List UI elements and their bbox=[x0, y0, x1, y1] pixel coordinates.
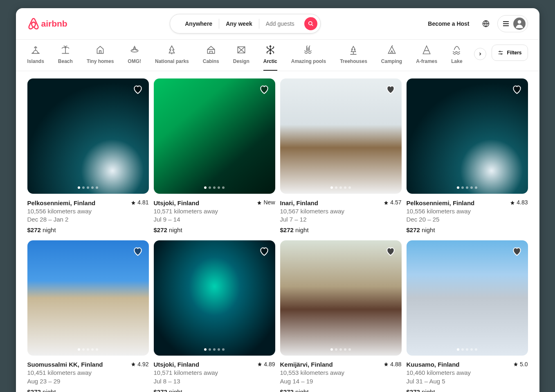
listing-dates: Aug 23 – 29 bbox=[27, 377, 149, 385]
listing-body: Kuusamo, Finland 5.0 10,460 kilometers a… bbox=[407, 356, 528, 392]
star-icon bbox=[257, 200, 262, 205]
filters-icon bbox=[498, 50, 503, 56]
listing-image[interactable] bbox=[280, 78, 402, 194]
star-icon bbox=[131, 200, 136, 205]
listing-rating: 4.89 bbox=[257, 361, 275, 368]
heart-icon bbox=[259, 246, 270, 257]
listing-image[interactable] bbox=[154, 78, 275, 194]
search-guests[interactable]: Add guests bbox=[259, 20, 301, 27]
wishlist-button[interactable] bbox=[512, 246, 522, 257]
listing-card[interactable]: Utsjoki, Finland New 10,571 kilometers a… bbox=[154, 78, 275, 235]
search-where[interactable]: Anywhere bbox=[178, 20, 219, 27]
listing-dates: Dec 20 – 25 bbox=[407, 215, 528, 224]
wishlist-button[interactable] bbox=[385, 84, 396, 95]
carousel-dots bbox=[330, 348, 351, 351]
category-scroll-right[interactable] bbox=[474, 48, 486, 60]
listing-title: Inari, Finland bbox=[280, 199, 318, 207]
listing-title: Pelkosenniemi, Finland bbox=[407, 199, 475, 207]
listing-dates: Jul 31 – Aug 5 bbox=[407, 377, 528, 385]
park-icon bbox=[166, 45, 177, 55]
listing-body: Utsjoki, Finland 4.89 10,571 kilometers … bbox=[154, 356, 275, 392]
listing-rating: 4.92 bbox=[131, 361, 148, 368]
listing-image[interactable] bbox=[27, 78, 149, 194]
search-pill[interactable]: Anywhere Any week Add guests bbox=[170, 14, 321, 34]
listing-price: $272 night bbox=[407, 226, 528, 234]
svg-point-7 bbox=[131, 49, 138, 52]
listing-dates: Dec 28 – Jan 2 bbox=[27, 215, 149, 224]
listing-distance: 10,556 kilometers away bbox=[407, 207, 528, 215]
island-icon bbox=[30, 45, 41, 55]
filters-button[interactable]: Filters bbox=[492, 45, 528, 61]
language-button[interactable] bbox=[478, 16, 494, 32]
listing-image[interactable] bbox=[407, 240, 528, 356]
listing-rating: New bbox=[257, 199, 275, 206]
category-label: A-frames bbox=[416, 58, 437, 64]
search-button[interactable] bbox=[304, 17, 317, 30]
user-avatar-icon bbox=[513, 18, 526, 30]
wishlist-button[interactable] bbox=[133, 84, 143, 95]
user-menu[interactable] bbox=[497, 15, 528, 32]
cabin-icon bbox=[206, 45, 216, 55]
wishlist-button[interactable] bbox=[133, 246, 143, 257]
listing-card[interactable]: Inari, Finland 4.57 10,567 kilometers aw… bbox=[280, 78, 402, 235]
listing-card[interactable]: Kemijärvi, Finland 4.88 10,553 kilometer… bbox=[280, 240, 402, 392]
listing-title: Kuusamo, Finland bbox=[407, 361, 460, 369]
heart-icon bbox=[133, 84, 143, 95]
category-tiny-homes[interactable]: Tiny homes bbox=[87, 45, 114, 71]
category-cabins[interactable]: Cabins bbox=[203, 45, 219, 71]
listing-rating: 5.0 bbox=[513, 361, 528, 368]
listing-card[interactable]: Kuusamo, Finland 5.0 10,460 kilometers a… bbox=[407, 240, 528, 392]
header: airbnb Anywhere Any week Add guests Beco… bbox=[16, 8, 539, 40]
listing-card[interactable]: Pelkosenniemi, Finland 4.83 10,556 kilom… bbox=[407, 78, 528, 235]
wishlist-button[interactable] bbox=[259, 84, 270, 95]
listing-dates: Jul 8 – 13 bbox=[154, 377, 275, 385]
lake-icon bbox=[452, 45, 462, 55]
listing-image[interactable] bbox=[407, 78, 528, 194]
listing-card[interactable]: Utsjoki, Finland 4.89 10,571 kilometers … bbox=[154, 240, 275, 392]
become-host-link[interactable]: Become a Host bbox=[423, 16, 474, 32]
category-treehouses[interactable]: Treehouses bbox=[340, 45, 367, 71]
listing-body: Pelkosenniemi, Finland 4.83 10,556 kilom… bbox=[407, 194, 528, 234]
svg-point-10 bbox=[500, 51, 501, 52]
omg-icon bbox=[129, 45, 140, 55]
listing-price: $272 night bbox=[154, 388, 275, 392]
svg-point-12 bbox=[501, 54, 502, 54]
carousel-dots bbox=[78, 348, 98, 351]
category-camping[interactable]: Camping bbox=[381, 45, 402, 71]
heart-icon bbox=[259, 84, 270, 95]
listing-card[interactable]: Suomussalmi KK, Finland 4.92 10,451 kilo… bbox=[27, 240, 149, 392]
category-amazing-pools[interactable]: Amazing pools bbox=[291, 45, 326, 71]
header-right: Become a Host bbox=[423, 15, 528, 32]
listing-card[interactable]: Pelkosenniemi, Finland 4.81 10,556 kilom… bbox=[27, 78, 149, 235]
wishlist-button[interactable] bbox=[512, 84, 522, 95]
listing-image[interactable] bbox=[280, 240, 402, 356]
category-beach[interactable]: Beach bbox=[58, 45, 73, 71]
listing-title: Utsjoki, Finland bbox=[154, 199, 200, 207]
category-islands[interactable]: Islands bbox=[27, 45, 44, 71]
search-when[interactable]: Any week bbox=[219, 20, 259, 27]
arctic-icon bbox=[265, 45, 276, 55]
category-label: OMG! bbox=[128, 58, 141, 64]
category-a-frames[interactable]: A-frames bbox=[416, 45, 437, 71]
listing-image[interactable] bbox=[27, 240, 149, 356]
category-label: Arctic bbox=[263, 58, 277, 64]
category-national-parks[interactable]: National parks bbox=[155, 45, 189, 71]
listing-price: $272 night bbox=[407, 388, 528, 392]
category-arctic[interactable]: Arctic bbox=[263, 45, 277, 71]
category-lake[interactable]: Lake bbox=[451, 45, 462, 71]
star-icon bbox=[513, 362, 518, 367]
logo[interactable]: airbnb bbox=[27, 17, 67, 30]
listing-image[interactable] bbox=[154, 240, 275, 356]
wishlist-button[interactable] bbox=[385, 246, 396, 257]
aframe-icon bbox=[421, 45, 432, 55]
listing-title: Suomussalmi KK, Finland bbox=[27, 361, 103, 369]
menu-icon bbox=[503, 20, 509, 27]
category-design[interactable]: Design bbox=[233, 45, 249, 71]
wishlist-button[interactable] bbox=[259, 246, 270, 257]
category-omg![interactable]: OMG! bbox=[128, 45, 141, 71]
listing-distance: 10,571 kilometers away bbox=[154, 369, 275, 377]
carousel-dots bbox=[457, 186, 477, 189]
listing-price: $272 night bbox=[280, 388, 402, 392]
star-icon bbox=[510, 200, 515, 205]
category-label: Design bbox=[233, 58, 249, 64]
